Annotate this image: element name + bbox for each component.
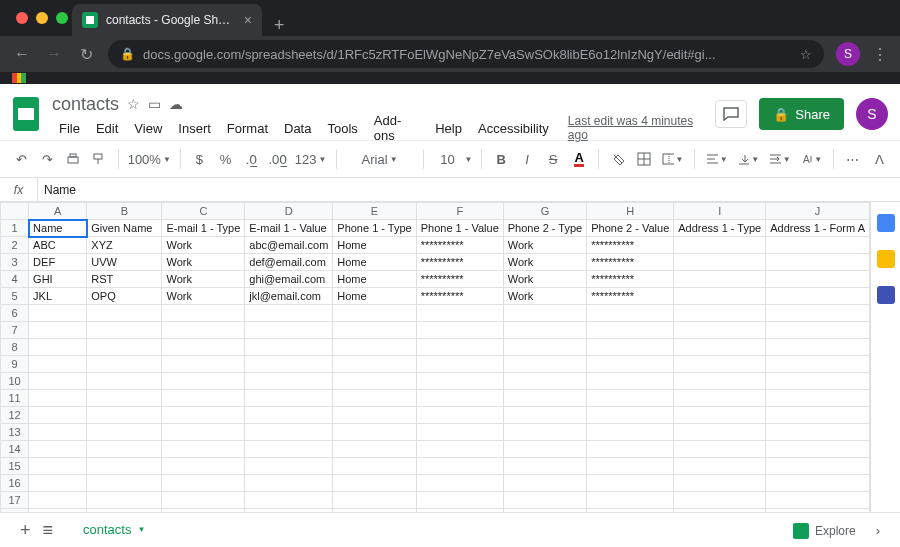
menu-file[interactable]: File (52, 119, 87, 138)
cell-B6[interactable] (87, 305, 162, 322)
browser-tab[interactable]: contacts - Google Sheets × (72, 4, 262, 36)
cell-E15[interactable] (333, 458, 416, 475)
spreadsheet-grid[interactable]: ABCDEFGHIJ1NameGiven NameE-mail 1 - Type… (0, 202, 870, 512)
back-button[interactable]: ← (12, 45, 32, 63)
cell-C9[interactable] (162, 356, 245, 373)
row-header-2[interactable]: 2 (1, 237, 29, 254)
cell-F13[interactable] (416, 424, 503, 441)
cell-H9[interactable] (587, 356, 674, 373)
text-wrap-button[interactable]: ▼ (766, 146, 793, 172)
cell-F6[interactable] (416, 305, 503, 322)
tasks-sidebar-icon[interactable] (877, 286, 895, 304)
cell-J5[interactable] (766, 288, 870, 305)
cell-B7[interactable] (87, 322, 162, 339)
cell-H12[interactable] (587, 407, 674, 424)
cell-B11[interactable] (87, 390, 162, 407)
row-header-7[interactable]: 7 (1, 322, 29, 339)
text-rotation-button[interactable]: A▼ (798, 146, 825, 172)
column-header-J[interactable]: J (766, 203, 870, 220)
row-header-5[interactable]: 5 (1, 288, 29, 305)
cell-J14[interactable] (766, 441, 870, 458)
cell-D16[interactable] (245, 475, 333, 492)
vertical-align-button[interactable]: ▼ (735, 146, 762, 172)
cell-E17[interactable] (333, 492, 416, 509)
horizontal-align-button[interactable]: ▼ (703, 146, 730, 172)
cell-B5[interactable]: OPQ (87, 288, 162, 305)
cell-A14[interactable] (29, 441, 87, 458)
cell-H13[interactable] (587, 424, 674, 441)
row-header-1[interactable]: 1 (1, 220, 29, 237)
row-header-18[interactable]: 18 (1, 509, 29, 513)
close-tab-icon[interactable]: × (244, 12, 252, 28)
cell-E13[interactable] (333, 424, 416, 441)
cell-H4[interactable]: ********** (587, 271, 674, 288)
column-header-A[interactable]: A (29, 203, 87, 220)
comments-button[interactable] (715, 100, 747, 128)
star-icon[interactable]: ☆ (127, 96, 140, 112)
cell-C12[interactable] (162, 407, 245, 424)
cell-H17[interactable] (587, 492, 674, 509)
cell-D12[interactable] (245, 407, 333, 424)
cell-B8[interactable] (87, 339, 162, 356)
cell-C2[interactable]: Work (162, 237, 245, 254)
cell-G17[interactable] (503, 492, 586, 509)
sheet-tab-menu-icon[interactable]: ▼ (137, 525, 145, 534)
cell-D4[interactable]: ghi@email.com (245, 271, 333, 288)
menu-edit[interactable]: Edit (89, 119, 125, 138)
menu-data[interactable]: Data (277, 119, 318, 138)
cell-D7[interactable] (245, 322, 333, 339)
menu-help[interactable]: Help (428, 119, 469, 138)
cell-H7[interactable] (587, 322, 674, 339)
calendar-sidebar-icon[interactable] (877, 214, 895, 232)
row-header-8[interactable]: 8 (1, 339, 29, 356)
cell-J15[interactable] (766, 458, 870, 475)
row-header-14[interactable]: 14 (1, 441, 29, 458)
menu-tools[interactable]: Tools (320, 119, 364, 138)
cell-F18[interactable] (416, 509, 503, 513)
cell-B13[interactable] (87, 424, 162, 441)
cell-I6[interactable] (674, 305, 766, 322)
cell-F8[interactable] (416, 339, 503, 356)
cell-C17[interactable] (162, 492, 245, 509)
cell-H3[interactable]: ********** (587, 254, 674, 271)
cell-F2[interactable]: ********** (416, 237, 503, 254)
more-formats-dropdown[interactable]: 123▼ (293, 146, 327, 172)
cell-C10[interactable] (162, 373, 245, 390)
cell-I11[interactable] (674, 390, 766, 407)
cell-E18[interactable] (333, 509, 416, 513)
cell-I8[interactable] (674, 339, 766, 356)
bookmark-apps-icon[interactable] (12, 73, 26, 83)
minimize-window-icon[interactable] (36, 12, 48, 24)
cell-C4[interactable]: Work (162, 271, 245, 288)
row-header-11[interactable]: 11 (1, 390, 29, 407)
cell-E1[interactable]: Phone 1 - Type (333, 220, 416, 237)
cell-H14[interactable] (587, 441, 674, 458)
cell-B16[interactable] (87, 475, 162, 492)
cell-A12[interactable] (29, 407, 87, 424)
column-header-E[interactable]: E (333, 203, 416, 220)
row-header-17[interactable]: 17 (1, 492, 29, 509)
cell-G7[interactable] (503, 322, 586, 339)
cell-C6[interactable] (162, 305, 245, 322)
currency-button[interactable]: $ (188, 146, 210, 172)
cell-E4[interactable]: Home (333, 271, 416, 288)
cell-E9[interactable] (333, 356, 416, 373)
cell-G2[interactable]: Work (503, 237, 586, 254)
cell-I7[interactable] (674, 322, 766, 339)
document-title[interactable]: contacts (52, 94, 119, 115)
text-color-button[interactable]: A (568, 146, 590, 172)
cell-H1[interactable]: Phone 2 - Value (587, 220, 674, 237)
italic-button[interactable]: I (516, 146, 538, 172)
cell-D5[interactable]: jkl@email.com (245, 288, 333, 305)
cell-J16[interactable] (766, 475, 870, 492)
cell-G6[interactable] (503, 305, 586, 322)
cell-E8[interactable] (333, 339, 416, 356)
cell-C16[interactable] (162, 475, 245, 492)
cell-J8[interactable] (766, 339, 870, 356)
cell-G8[interactable] (503, 339, 586, 356)
select-all-corner[interactable] (1, 203, 29, 220)
cell-H6[interactable] (587, 305, 674, 322)
undo-button[interactable]: ↶ (10, 146, 32, 172)
cell-B18[interactable] (87, 509, 162, 513)
cell-J12[interactable] (766, 407, 870, 424)
